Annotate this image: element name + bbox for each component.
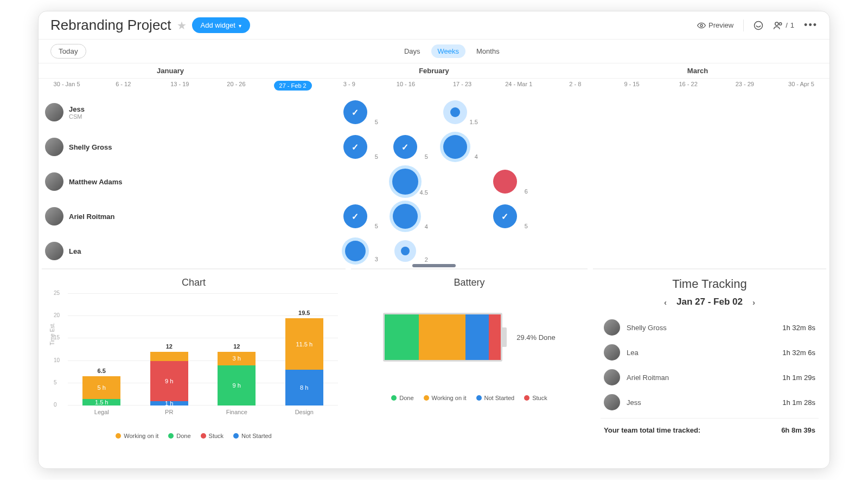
timeline-cell[interactable]: 4	[380, 204, 430, 229]
chevron-down-icon	[239, 21, 241, 29]
timeline-cell[interactable]: 5	[480, 204, 530, 228]
widgets-area: Chart Time Est. 0510152025 1.5 h5 h6.5Le…	[39, 268, 829, 468]
week-header[interactable]: 6 - 12	[95, 81, 151, 91]
tab-months[interactable]: Months	[470, 44, 506, 58]
timeline-cell[interactable]: 5	[330, 135, 380, 159]
legend-dot	[524, 395, 529, 401]
legend-item[interactable]: Not Started	[476, 395, 515, 401]
bar-total: 12	[150, 343, 188, 350]
assignee[interactable]: Matthew Adams	[39, 172, 131, 191]
tab-weeks[interactable]: Weeks	[431, 44, 466, 58]
next-week-button[interactable]: ›	[752, 298, 755, 307]
assignee-name: Ariel Roitman	[69, 213, 115, 221]
week-header[interactable]: 30 - Apr 5	[773, 81, 829, 91]
bubble-value: 4.5	[420, 189, 428, 196]
task-bubble-done	[393, 135, 417, 159]
bar-column[interactable]: 1 h9 h12PR	[150, 352, 188, 406]
favorite-star-icon[interactable]: ★	[177, 19, 187, 32]
bubble-value: 5	[375, 153, 378, 160]
legend-item[interactable]: Done	[168, 433, 190, 439]
legend-label: Stuck	[209, 433, 224, 439]
task-bubble-partial	[394, 240, 416, 262]
bar-segment: 1 h	[150, 401, 188, 406]
timeline-cell[interactable]: 3	[330, 241, 380, 261]
assignee[interactable]: JessCSM	[39, 103, 131, 121]
legend-dot	[391, 395, 397, 401]
app-frame: Rebranding Project ★ Add widget Preview …	[38, 11, 830, 469]
month-header: March	[566, 67, 829, 75]
week-header[interactable]: 17 - 23	[434, 81, 490, 91]
avatar	[45, 207, 63, 226]
legend-item[interactable]: Stuck	[524, 395, 547, 401]
timeline-cell[interactable]: 4.5	[380, 169, 430, 195]
avatar	[45, 103, 63, 121]
bubble-value: 6	[525, 188, 528, 195]
task-bubble	[443, 135, 467, 159]
week-header[interactable]: 20 - 26	[208, 81, 264, 91]
timeline-cell[interactable]: 1.5	[430, 100, 480, 124]
week-header[interactable]: 24 - Mar 1	[490, 81, 547, 91]
bar-segment: 11.5 h	[285, 318, 323, 370]
week-header[interactable]: 2 - 8	[547, 81, 603, 91]
legend-item[interactable]: Working on it	[116, 433, 158, 439]
legend-label: Done	[399, 395, 413, 401]
week-header[interactable]: 30 - Jan 5	[39, 81, 95, 91]
task-bubble-done	[493, 204, 517, 228]
more-menu-button[interactable]: •••	[804, 20, 818, 31]
time-tracking-row[interactable]: Shelly Gross1h 32m 8s	[601, 315, 819, 340]
week-header[interactable]: 13 - 19	[151, 81, 208, 91]
tab-days[interactable]: Days	[398, 44, 427, 58]
bar-column[interactable]: 1.5 h5 h6.5Legal	[82, 376, 120, 406]
comment-icon	[754, 21, 763, 30]
timeline-cell[interactable]: 2	[380, 240, 430, 262]
legend-dot	[424, 395, 429, 401]
bar-column[interactable]: 8 h11.5 h19.5Design	[285, 318, 323, 406]
timeline-row: Lea32	[39, 234, 829, 268]
bubble-value: 4	[425, 223, 428, 230]
preview-button[interactable]: Preview	[697, 21, 733, 30]
assignee[interactable]: Lea	[39, 242, 131, 260]
bubble-value: 4	[475, 153, 478, 160]
time-tracking-row[interactable]: Lea1h 32m 6s	[601, 340, 819, 365]
battery-body: 29.4% Done	[359, 294, 580, 381]
chart-area: Time Est. 0510152025 1.5 h5 h6.5Legal1 h…	[49, 294, 338, 419]
page-title: Rebranding Project	[50, 17, 171, 34]
legend-item[interactable]: Working on it	[424, 395, 467, 401]
battery-legend: DoneWorking on itNot StartedStuck	[359, 395, 580, 401]
timeline-cell[interactable]: 6	[480, 170, 530, 194]
prev-week-button[interactable]: ‹	[664, 298, 667, 307]
legend-item[interactable]: Done	[391, 395, 413, 401]
legend-item[interactable]: Not Started	[233, 433, 272, 439]
bar-segment	[150, 352, 188, 361]
bar-column[interactable]: 9 h3 h12Finance	[218, 352, 256, 406]
time-tracking-row[interactable]: Ariel Roitman1h 1m 29s	[601, 365, 819, 390]
legend-label: Working on it	[124, 433, 158, 439]
assignee-name: Jess	[69, 105, 85, 113]
timeline-cell[interactable]: 4	[430, 135, 480, 159]
timeline-cell[interactable]: 5	[330, 204, 380, 228]
assignee[interactable]: Shelly Gross	[39, 138, 131, 156]
timeline-cell[interactable]: 5	[330, 100, 380, 124]
timeline-cell[interactable]: 5	[380, 135, 430, 159]
add-widget-button[interactable]: Add widget	[192, 17, 250, 33]
battery-label: 29.4% Done	[516, 333, 556, 342]
legend-item[interactable]: Stuck	[201, 433, 224, 439]
comments-button[interactable]	[754, 21, 763, 30]
time-tracking-row[interactable]: Jess1h 1m 28s	[601, 390, 819, 415]
assignee[interactable]: Ariel Roitman	[39, 207, 131, 226]
today-button[interactable]: Today	[50, 44, 86, 59]
time-tracking-nav: ‹ Jan 27 - Feb 02 ›	[601, 297, 819, 307]
bar-segment: 5 h	[82, 376, 120, 398]
viewers-button[interactable]: / 1	[773, 21, 794, 30]
week-header[interactable]: 16 - 22	[660, 81, 717, 91]
week-header[interactable]: 9 - 15	[603, 81, 660, 91]
battery-tip	[502, 327, 507, 347]
preview-label: Preview	[709, 21, 733, 29]
week-header[interactable]: 10 - 16	[378, 81, 434, 91]
drag-handle[interactable]	[412, 264, 456, 267]
week-header[interactable]: 23 - 29	[717, 81, 773, 91]
tt-name: Jess	[627, 398, 641, 407]
bar-category-label: Finance	[218, 409, 256, 415]
week-header[interactable]: 3 - 9	[321, 81, 378, 91]
week-header[interactable]: 27 - Feb 2	[265, 81, 321, 91]
